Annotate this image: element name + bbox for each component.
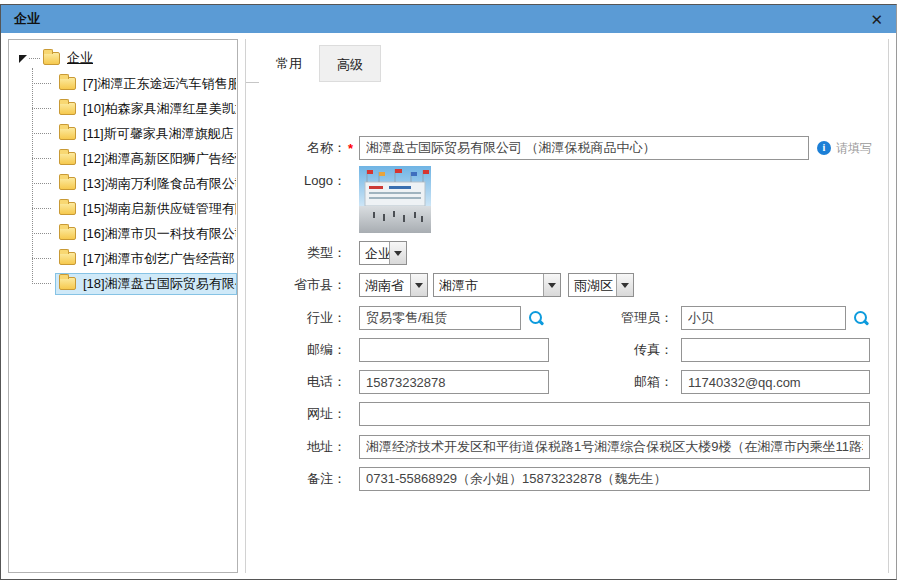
- tab-common[interactable]: 常用: [259, 45, 319, 82]
- tree-item[interactable]: [7]湘潭正东途远汽车销售服务有限: [32, 71, 237, 96]
- website-input[interactable]: [359, 402, 870, 426]
- folder-icon: [59, 127, 76, 140]
- industry-input[interactable]: [359, 306, 521, 330]
- company-form-panel: 常用 高级 名称： * i 请填写 Logo：: [245, 39, 889, 573]
- dropdown-arrow-icon[interactable]: [410, 274, 427, 296]
- manager-input[interactable]: [681, 306, 846, 330]
- phone-label: 电话：: [246, 370, 346, 394]
- name-label: 名称：: [246, 136, 346, 160]
- tab-advanced[interactable]: 高级: [319, 45, 381, 82]
- fax-label: 传真：: [598, 338, 673, 362]
- company-tree-panel: 企业 [7]湘潭正东途远汽车销售服务有限 [10]柏森家具湘潭红星美凯龙店 [1…: [8, 39, 238, 573]
- remark-input[interactable]: [359, 467, 870, 491]
- enterprise-dialog: 企业 ✕ 企业 [7]湘潭正东途远汽车销售服务有限 [10]柏森家具湘潭红星美凯…: [0, 4, 897, 580]
- type-select[interactable]: 企业: [359, 241, 407, 265]
- folder-icon: [59, 152, 76, 165]
- tree-item-node[interactable]: [15]湖南启新供应链管理有限公司: [55, 198, 237, 220]
- province-select-value: 湖南省: [360, 274, 410, 296]
- tree-item-label: [15]湖南启新供应链管理有限公司: [83, 200, 237, 218]
- region-label: 省市县：: [246, 273, 346, 297]
- folder-icon: [59, 252, 76, 265]
- folder-icon: [43, 52, 60, 65]
- industry-label: 行业：: [246, 306, 346, 330]
- tab-strip: 常用 高级: [259, 45, 381, 82]
- manager-label: 管理员：: [598, 306, 673, 330]
- district-select-value: 雨湖区: [569, 274, 616, 296]
- website-label: 网址：: [246, 402, 346, 426]
- tree-item[interactable]: [18]湘潭盘古国际贸易有限公司: [32, 271, 237, 296]
- dropdown-arrow-icon[interactable]: [616, 274, 633, 296]
- city-select[interactable]: 湘潭市: [433, 273, 561, 297]
- postcode-input[interactable]: [359, 338, 549, 362]
- tree-item-label: [10]柏森家具湘潭红星美凯龙店: [83, 100, 237, 118]
- tree-item[interactable]: [12]湘潭高新区阳狮广告经营部: [32, 146, 237, 171]
- dialog-title: 企业: [14, 10, 40, 28]
- tree-item[interactable]: [15]湖南启新供应链管理有限公司: [32, 196, 237, 221]
- folder-icon: [59, 102, 76, 115]
- dropdown-arrow-icon[interactable]: [543, 274, 560, 296]
- tree-item-label: [17]湘潭市创艺广告经营部: [83, 250, 235, 268]
- tree-item-node[interactable]: [12]湘潭高新区阳狮广告经营部: [55, 148, 237, 170]
- tree-item[interactable]: [17]湘潭市创艺广告经营部: [32, 246, 237, 271]
- address-input[interactable]: [359, 435, 870, 459]
- province-select[interactable]: 湖南省: [359, 273, 428, 297]
- tree-item-label: [16]湘潭市贝一科技有限公司: [83, 225, 237, 243]
- fill-hint-text: 请填写: [836, 136, 872, 160]
- tree-item-label: [12]湘潭高新区阳狮广告经营部: [83, 150, 237, 168]
- close-icon[interactable]: ✕: [870, 12, 883, 27]
- tree-item[interactable]: [13]湖南万利隆食品有限公司: [32, 171, 237, 196]
- tree-item-node[interactable]: [10]柏森家具湘潭红星美凯龙店: [55, 98, 237, 120]
- tree-item-node[interactable]: [13]湖南万利隆食品有限公司: [55, 173, 237, 195]
- city-select-value: 湘潭市: [434, 274, 543, 296]
- tree-item-label: [7]湘潭正东途远汽车销售服务有限: [83, 75, 237, 93]
- page: 企业 ✕ 企业 [7]湘潭正东途远汽车销售服务有限 [10]柏森家具湘潭红星美凯…: [0, 0, 901, 581]
- required-asterisk: *: [348, 136, 353, 162]
- email-input[interactable]: [681, 370, 870, 394]
- tree-item-node[interactable]: [18]湘潭盘古国际贸易有限公司: [55, 273, 237, 295]
- search-icon[interactable]: [854, 311, 868, 325]
- tree-item-label: [18]湘潭盘古国际贸易有限公司: [83, 275, 237, 293]
- tree-root-label[interactable]: 企业: [67, 49, 93, 67]
- address-label: 地址：: [246, 435, 346, 459]
- tree-collapse-icon[interactable]: [19, 55, 27, 63]
- tree-item[interactable]: [16]湘潭市贝一科技有限公司: [32, 221, 237, 246]
- district-select[interactable]: 雨湖区: [568, 273, 634, 297]
- logo-image[interactable]: [359, 166, 431, 233]
- tree-item-label: [13]湖南万利隆食品有限公司: [83, 175, 237, 193]
- tree-item[interactable]: [10]柏森家具湘潭红星美凯龙店: [32, 96, 237, 121]
- tree-connector: [29, 58, 40, 59]
- tabstrip-border: [246, 82, 259, 83]
- tree-item-node[interactable]: [17]湘潭市创艺广告经营部: [55, 248, 237, 270]
- folder-icon: [59, 227, 76, 240]
- dropdown-arrow-icon[interactable]: [389, 242, 406, 264]
- remark-label: 备注：: [246, 467, 346, 491]
- folder-icon: [59, 277, 76, 290]
- tree-children: [7]湘潭正东途远汽车销售服务有限 [10]柏森家具湘潭红星美凯龙店 [11]斯…: [32, 71, 237, 296]
- type-select-value: 企业: [360, 242, 389, 264]
- search-icon[interactable]: [529, 311, 543, 325]
- dialog-titlebar[interactable]: 企业 ✕: [1, 5, 896, 33]
- folder-icon: [59, 177, 76, 190]
- logo-label: Logo：: [246, 169, 346, 193]
- folder-icon: [59, 202, 76, 215]
- type-label: 类型：: [246, 241, 346, 265]
- info-icon: i: [817, 141, 831, 155]
- email-label: 邮箱：: [598, 370, 673, 394]
- name-input[interactable]: [359, 136, 809, 160]
- tree-root[interactable]: 企业: [19, 47, 237, 69]
- fax-input[interactable]: [681, 338, 870, 362]
- tree-item-label: [11]斯可馨家具湘潭旗舰店: [83, 125, 234, 143]
- tree-item-node[interactable]: [11]斯可馨家具湘潭旗舰店: [55, 123, 237, 145]
- tree-item-node[interactable]: [16]湘潭市贝一科技有限公司: [55, 223, 237, 245]
- postcode-label: 邮编：: [246, 338, 346, 362]
- phone-input[interactable]: [359, 370, 549, 394]
- tree-item[interactable]: [11]斯可馨家具湘潭旗舰店: [32, 121, 237, 146]
- folder-icon: [59, 77, 76, 90]
- tree-item-node[interactable]: [7]湘潭正东途远汽车销售服务有限: [55, 73, 237, 95]
